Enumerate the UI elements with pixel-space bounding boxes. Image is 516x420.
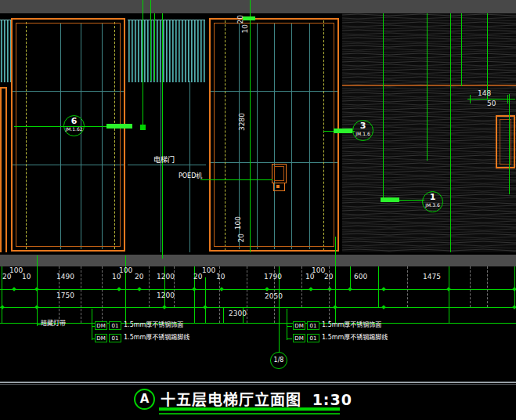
dim-label: 10 [216,273,225,281]
dim-label: 600 [354,273,367,281]
dim-line-row2 [0,307,516,308]
leader-line [143,0,143,127]
dim-boundary [223,307,224,324]
section-cut-bar [381,197,399,202]
dim-label: 148 [478,90,491,97]
title-underline [159,407,340,411]
dim-label: 100 [202,267,215,274]
floor-band [0,255,516,266]
grille-middle [128,20,205,82]
material-tag: DM [95,334,107,342]
leader-line [154,13,155,81]
dim-boundary [378,266,379,308]
note-leader [287,309,287,340]
dim-line-row3 [0,323,516,324]
material-tag: 01 [307,321,319,330]
corridor-line [161,81,161,252]
material-tag: DM [95,321,107,330]
callout-bubble-1: 1 JM.3.6 [422,191,443,212]
dim-label: 100 [9,267,23,274]
dim-label: 50 [487,100,496,107]
call-panel-box-inner [274,166,284,181]
dim-label: 10 [305,273,314,281]
material-note: 1.5mm厚不锈钢饰面 [124,322,183,328]
callout-number: 1 [423,193,442,202]
note-leader [287,339,292,339]
corridor-line [189,81,190,252]
dim-label: 1200 [157,292,175,299]
callout-bubble-6: 6 JM.1.62 [63,115,85,136]
note-leader [92,309,92,340]
call-button-dot [276,185,280,188]
dim-label: 20 [238,234,245,242]
elevation-drawing-canvas: 电梯门 POED机 暗藏灯带 20 10 3280 100 20 148 50 … [0,0,516,420]
callout-code: JM.3.6 [423,202,442,208]
drawing-title-text: 十五层电梯厅立面图 [161,391,301,408]
callout-number: 6 [64,117,84,126]
dim-label: 100 [235,216,242,230]
leader-line [150,0,151,81]
door-frame-middle-inner [214,23,334,247]
callout-code: JM.1.6 [353,131,373,136]
material-tag: DM [293,321,305,330]
dim-label: 20 [2,273,11,281]
dim-label: 100 [312,267,325,274]
ref-bubble: 1/8 [270,352,287,369]
dim-label: 1200 [157,273,175,281]
elevator-door-label: 电梯门 [153,157,175,164]
leader-line [450,13,451,252]
section-cut-bar [334,129,352,133]
dim-label: 20 [135,273,143,281]
dim-boundary [335,237,336,324]
callout-code: JM.1.62 [64,126,84,132]
title-underline-thin [159,413,340,415]
dim-tick-bar [243,16,255,20]
partial-frame-edge [0,89,2,252]
dim-tick [507,95,508,103]
callout-bubble-3: 3 JM.1.6 [352,120,373,141]
dim-extension-line [250,0,251,252]
leader-line [461,13,462,86]
dim-label: 100 [119,267,132,274]
leader-line [383,13,384,200]
dim-label: 1790 [264,273,282,281]
dim-label: 2050 [265,293,283,300]
sheet-divider-line [0,382,516,383]
note-leader [287,326,292,327]
material-tag: 01 [109,321,121,330]
leader-line [162,13,163,259]
dim-label: 1475 [423,273,441,281]
dim-label: 10 [242,24,249,33]
material-tag: 01 [307,334,319,342]
partial-frame-edge [5,89,7,252]
title-bubble: A [134,389,155,410]
material-note: 1.5mm厚不锈钢踢脚线 [124,335,189,341]
dim-label: 1750 [56,292,74,299]
drawing-title-scale: 1:30 [312,391,352,408]
material-note: 1.5mm厚不锈钢饰面 [322,322,381,328]
material-tag: 01 [109,334,121,342]
dim-label: 20 [324,273,333,281]
sheet-divider-shadow [0,384,516,385]
leader-line [427,13,428,161]
leader-end-marker [140,125,146,130]
dim-label: 20 [237,15,244,24]
ceiling-band [0,0,516,13]
dim-label: 3280 [239,113,246,131]
section-cut-bar [106,124,132,129]
corridor-line [128,165,206,165]
dim-label: 1490 [56,273,74,281]
drawing-title: 十五层电梯厅立面图 1:30 [161,388,352,409]
dim-tick [470,95,471,103]
material-tag: DM [293,334,305,342]
callout-number: 3 [353,121,373,131]
dim-line-row1 [0,289,516,290]
leader-line [487,13,488,100]
dim-boundary [449,266,449,324]
dim-label: 2300 [229,310,247,317]
panel-joint-line [342,85,516,86]
dim-label: 10 [112,273,121,281]
dim-label: 10 [22,273,31,281]
material-note: 1.5mm厚不锈钢踢脚线 [322,335,388,341]
leader-line [509,94,510,194]
